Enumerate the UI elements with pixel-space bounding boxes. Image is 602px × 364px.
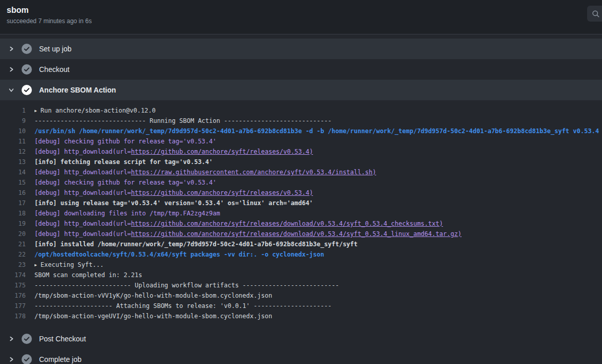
log-line-text: [debug] checking github for release tag=… <box>34 177 216 188</box>
log-link[interactable]: https://github.com/anchore/syft/releases… <box>131 148 313 155</box>
log-text: ------------------------------ Running S… <box>34 117 332 124</box>
chevron-down-icon <box>8 87 15 93</box>
line-number[interactable]: 17 <box>0 198 26 208</box>
log-line-text: [debug] downloading files into /tmp/tmp.… <box>34 208 220 219</box>
log-text: /tmp/sbom-action-vgeUVI/go-hello-with-mo… <box>34 313 272 320</box>
line-number[interactable]: 12 <box>0 147 26 157</box>
log-link[interactable]: https://raw.githubusercontent.com/anchor… <box>131 169 376 176</box>
log-debug-text: [debug] http_download(url= <box>34 230 131 238</box>
log-text: -------------------------- Uploading wor… <box>34 282 339 289</box>
log-line: 178/tmp/sbom-action-vgeUVI/go-hello-with… <box>0 311 602 321</box>
log-line: 10/usr/bin/sh /home/runner/work/_temp/7d… <box>0 126 602 136</box>
log-line-text: [debug] checking github for release tag=… <box>34 136 216 147</box>
line-number[interactable]: 20 <box>0 229 26 239</box>
job-status-line: succeeded 7 minutes ago in 6s <box>7 17 594 25</box>
line-number[interactable]: 21 <box>0 239 26 249</box>
step-row-checkout[interactable]: Checkout <box>0 59 602 80</box>
step-label: Complete job <box>39 355 82 363</box>
workflow-job-log-page: sbom succeeded 7 minutes ago in 6s Set u… <box>0 0 602 364</box>
log-line-text: -------------------------- Uploading wor… <box>34 280 339 290</box>
line-number[interactable]: 177 <box>0 301 26 311</box>
line-number[interactable]: 10 <box>0 126 26 136</box>
line-number[interactable]: 13 <box>0 157 26 167</box>
line-number[interactable]: 16 <box>0 188 26 198</box>
log-debug-text: [debug] http_download(url= <box>34 169 131 176</box>
line-number[interactable]: 1 <box>0 105 26 116</box>
log-text: Executing Syft... <box>41 261 104 268</box>
log-line-text: /tmp/sbom-action-vgeUVI/go-hello-with-mo… <box>34 311 272 321</box>
log-line: 174SBOM scan completed in: 2.21s <box>0 270 602 280</box>
line-number[interactable]: 14 <box>0 167 26 177</box>
job-header: sbom succeeded 7 minutes ago in 6s <box>0 0 602 34</box>
step-row-post-checkout[interactable]: Post Checkout <box>0 329 602 349</box>
step-label: Anchore SBOM Action <box>39 86 116 94</box>
log-debug-text: [debug] http_download(url= <box>34 148 131 155</box>
log-group-line[interactable]: 23▶Executing Syft... <box>0 260 602 270</box>
log-link[interactable]: https://github.com/anchore/syft/releases… <box>131 189 313 196</box>
log-line-text: [info] fetching release script for tag='… <box>34 157 213 167</box>
step-row-complete-job[interactable]: Complete job <box>0 349 602 364</box>
log-line: 18[debug] downloading files into /tmp/tm… <box>0 208 602 219</box>
log-search-box[interactable] <box>587 6 602 22</box>
log-line: 11[debug] checking github for release ta… <box>0 136 602 147</box>
log-line: 175-------------------------- Uploading … <box>0 280 602 290</box>
line-number[interactable]: 176 <box>0 290 26 301</box>
line-number[interactable]: 23 <box>0 260 26 270</box>
log-debug-text: [debug] http_download(url= <box>34 189 131 196</box>
step-label: Set up job <box>39 45 71 53</box>
line-number[interactable]: 175 <box>0 280 26 290</box>
log-debug-text: [debug] checking github for release tag=… <box>34 179 216 186</box>
log-line-text: [debug] http_download(url=https://github… <box>34 219 443 229</box>
step-row-set-up-job[interactable]: Set up job <box>0 39 602 59</box>
log-line: 20[debug] http_download(url=https://gith… <box>0 229 602 239</box>
success-check-icon <box>22 64 32 75</box>
line-number[interactable]: 19 <box>0 219 26 229</box>
search-icon <box>592 10 600 18</box>
line-number[interactable]: 9 <box>0 116 26 126</box>
log-line-text: ▶Run anchore/sbom-action@v0.12.0 <box>34 105 156 116</box>
log-link[interactable]: https://github.com/anchore/syft/releases… <box>131 220 443 227</box>
log-line-text: [debug] http_download(url=https://github… <box>34 229 462 239</box>
log-line-text: [info] using release tag='v0.53.4' versi… <box>34 198 313 208</box>
log-text: SBOM scan completed in: 2.21s <box>34 271 142 279</box>
chevron-right-icon <box>8 336 15 342</box>
log-line: 19[debug] http_download(url=https://gith… <box>0 219 602 229</box>
log-line-text: SBOM scan completed in: 2.21s <box>34 270 142 280</box>
log-line: 176/tmp/sbom-action-vVV1yK/go-hello-with… <box>0 290 602 301</box>
log-line-text: [info] installed /home/runner/work/_temp… <box>34 239 358 249</box>
log-text: /tmp/sbom-action-vVV1yK/go-hello-with-mo… <box>34 292 272 299</box>
log-group-line[interactable]: 1▶Run anchore/sbom-action@v0.12.0 <box>0 105 602 116</box>
log-line: 15[debug] checking github for release ta… <box>0 177 602 188</box>
log-output: 1▶Run anchore/sbom-action@v0.12.09------… <box>0 100 602 329</box>
log-line: 14[debug] http_download(url=https://raw.… <box>0 167 602 177</box>
log-line-text: ▶Executing Syft... <box>34 260 104 270</box>
log-line-text: ------------------------------ Running S… <box>34 116 332 126</box>
success-check-icon <box>22 44 32 54</box>
log-line: 21[info] installed /home/runner/work/_te… <box>0 239 602 249</box>
steps-list: Set up jobCheckoutAnchore SBOM Action1▶R… <box>0 34 602 364</box>
log-line-text: [debug] http_download(url=https://github… <box>34 147 313 157</box>
log-line-text: --------------------- Attaching SBOMs to… <box>34 301 332 311</box>
log-line: 177--------------------- Attaching SBOMs… <box>0 301 602 311</box>
expand-arrow-icon: ▶ <box>34 263 37 267</box>
log-line-text: /opt/hostedtoolcache/syft/0.53.4/x64/syf… <box>34 249 324 260</box>
log-line: 22/opt/hostedtoolcache/syft/0.53.4/x64/s… <box>0 249 602 260</box>
job-title: sbom <box>7 5 594 15</box>
log-command-text: /opt/hostedtoolcache/syft/0.53.4/x64/syf… <box>34 251 324 258</box>
log-debug-text: [debug] downloading files into /tmp/tmp.… <box>34 210 220 217</box>
log-link[interactable]: https://github.com/anchore/syft/releases… <box>131 230 462 238</box>
line-number[interactable]: 174 <box>0 270 26 280</box>
chevron-right-icon <box>8 356 15 362</box>
log-line-text: [debug] http_download(url=https://raw.gi… <box>34 167 376 177</box>
log-line-text: [debug] http_download(url=https://github… <box>34 188 313 198</box>
chevron-right-icon <box>8 66 15 72</box>
log-info-text: [info] fetching release script for tag='… <box>34 158 213 166</box>
log-info-text: [info] using release tag='v0.53.4' versi… <box>34 199 313 207</box>
step-row-anchore-sbom-action[interactable]: Anchore SBOM Action <box>0 80 602 100</box>
line-number[interactable]: 11 <box>0 136 26 147</box>
line-number[interactable]: 22 <box>0 249 26 260</box>
line-number[interactable]: 178 <box>0 311 26 321</box>
line-number[interactable]: 15 <box>0 177 26 188</box>
log-line-text: /tmp/sbom-action-vVV1yK/go-hello-with-mo… <box>34 290 272 301</box>
line-number[interactable]: 18 <box>0 208 26 219</box>
